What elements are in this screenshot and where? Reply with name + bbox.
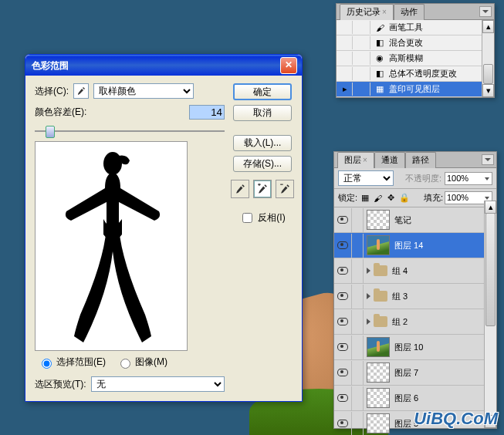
layer-name: 图层 10 (394, 342, 423, 353)
history-panel: 历史记录× 动作 🖌画笔工具 ◧混合更改 ◉高斯模糊 ◧总体不透明度更改 ▸▦盖… (336, 3, 495, 98)
layer-thumbnail[interactable] (367, 337, 390, 357)
layer-name: 图层 6 (394, 393, 418, 404)
visibility-toggle[interactable] (334, 208, 352, 232)
layer-row[interactable]: 组 4 (334, 258, 496, 284)
blend-mode-select[interactable]: 正常 (338, 170, 394, 186)
layer-thumbnail[interactable] (367, 210, 390, 230)
selection-preview (35, 141, 188, 351)
scroll-down-icon[interactable]: ▾ (482, 84, 494, 97)
opacity-icon: ◧ (374, 69, 386, 79)
eye-icon (337, 318, 348, 325)
folder-icon (374, 316, 387, 327)
cancel-button[interactable]: 取消 (233, 105, 292, 121)
save-button[interactable]: 存储(S)... (233, 156, 292, 172)
eye-icon (337, 394, 348, 402)
history-item[interactable]: 🖌画笔工具 (337, 20, 494, 35)
layer-row[interactable]: 图层 7 (334, 360, 496, 386)
visibility-toggle[interactable] (334, 361, 352, 385)
opacity-label: 不透明度: (405, 173, 441, 184)
eye-icon (337, 369, 348, 376)
history-scrollbar[interactable]: ▴ ▾ (482, 20, 494, 97)
dialog-title: 色彩范围 (32, 59, 280, 72)
layer-thumbnail[interactable] (367, 388, 390, 408)
history-item[interactable]: ▸▦盖印可见图层 (337, 82, 494, 97)
history-item[interactable]: ◉高斯模糊 (337, 51, 494, 66)
eye-icon (337, 216, 348, 224)
svg-point-1 (103, 152, 122, 175)
eye-icon (337, 420, 348, 427)
eye-icon (337, 267, 348, 275)
lock-paint-icon[interactable]: 🖌 (372, 192, 384, 204)
layer-row[interactable]: 图层 14 (334, 233, 496, 258)
chevron-right-icon[interactable] (367, 319, 370, 325)
folder-icon (374, 291, 387, 302)
tab-channels[interactable]: 通道 (374, 152, 405, 168)
fill-label: 填充: (424, 192, 443, 204)
tab-paths[interactable]: 路径 (405, 152, 436, 168)
layer-row[interactable]: 笔记 (334, 207, 496, 233)
layers-scrollbar[interactable]: ▴ ▾ (484, 201, 496, 428)
fuzziness-input[interactable] (189, 105, 225, 120)
lock-label: 锁定: (338, 192, 357, 204)
eyedropper-sample-icon[interactable] (231, 180, 249, 198)
tab-actions[interactable]: 动作 (394, 4, 425, 20)
brush-icon: 🖌 (374, 22, 386, 33)
layer-thumbnail[interactable] (367, 413, 390, 433)
eye-icon (337, 241, 348, 249)
dialog-titlebar[interactable]: 色彩范围 ✕ (25, 55, 302, 76)
tab-layers[interactable]: 图层× (337, 152, 374, 168)
slider-thumb[interactable] (46, 126, 55, 138)
blur-icon: ◉ (374, 53, 386, 64)
scroll-up-icon[interactable]: ▴ (482, 20, 494, 33)
layer-row[interactable]: 组 2 (334, 309, 496, 335)
color-range-dialog: 色彩范围 ✕ 选择(C): 取样颜色 颜色容差(E): (25, 54, 303, 402)
eyedropper-add-icon[interactable] (253, 180, 272, 198)
panel-menu-icon[interactable] (479, 6, 492, 17)
visibility-toggle[interactable] (334, 310, 352, 334)
selection-preview-select[interactable]: 无 (91, 376, 225, 392)
chevron-right-icon[interactable] (367, 293, 370, 299)
eyedropper-icon (73, 83, 89, 99)
selection-preview-label: 选区预览(T): (35, 378, 86, 391)
layer-row[interactable]: 图层 10 (334, 335, 496, 360)
layer-name: 组 3 (392, 291, 408, 302)
radio-image[interactable]: 图像(M) (117, 356, 167, 369)
fuzziness-label: 颜色容差(E): (35, 106, 86, 119)
close-icon[interactable]: ✕ (280, 57, 297, 74)
visibility-toggle[interactable] (334, 336, 352, 359)
lock-all-icon[interactable]: 🔒 (398, 192, 410, 204)
eyedropper-subtract-icon[interactable] (276, 180, 294, 198)
select-label: 选择(C): (35, 85, 69, 98)
layer-thumbnail[interactable] (367, 362, 390, 383)
layers-panel: 图层× 通道 路径 正常 不透明度: 100% 锁定: ▦ 🖌 ✥ 🔒 填充: … (333, 151, 497, 429)
ok-button[interactable]: 确定 (233, 83, 292, 100)
history-item[interactable]: ◧混合更改 (337, 35, 494, 51)
visibility-toggle[interactable] (334, 285, 352, 309)
layer-name: 组 2 (392, 316, 408, 328)
scroll-up-icon[interactable]: ▴ (485, 201, 496, 214)
layer-row[interactable]: 图层 6 (334, 386, 496, 411)
layer-thumbnail[interactable] (367, 235, 390, 255)
invert-checkbox[interactable]: 反相(I) (239, 211, 285, 225)
history-item[interactable]: ◧总体不透明度更改 (337, 66, 494, 82)
layer-row[interactable]: 组 3 (334, 284, 496, 309)
tab-history[interactable]: 历史记录× (340, 4, 394, 20)
layer-name: 图层 7 (394, 367, 418, 379)
opacity-input[interactable]: 100% (445, 172, 492, 185)
eye-icon (337, 343, 348, 351)
layer-name: 组 4 (392, 265, 408, 277)
visibility-toggle[interactable] (334, 412, 352, 436)
visibility-toggle[interactable] (334, 234, 352, 258)
chevron-right-icon[interactable] (367, 268, 370, 274)
layer-name: 图层 14 (394, 240, 423, 251)
visibility-toggle[interactable] (334, 386, 352, 410)
fuzziness-slider[interactable] (35, 126, 225, 137)
panel-menu-icon[interactable] (482, 154, 494, 165)
load-button[interactable]: 载入(L)... (233, 135, 292, 151)
radio-selection[interactable]: 选择范围(E) (38, 356, 106, 369)
visibility-toggle[interactable] (334, 259, 352, 283)
watermark: UiBQ.CoM (414, 409, 498, 429)
sampling-select[interactable]: 取样颜色 (93, 83, 194, 99)
lock-transparency-icon[interactable]: ▦ (359, 192, 370, 204)
lock-position-icon[interactable]: ✥ (385, 192, 397, 204)
